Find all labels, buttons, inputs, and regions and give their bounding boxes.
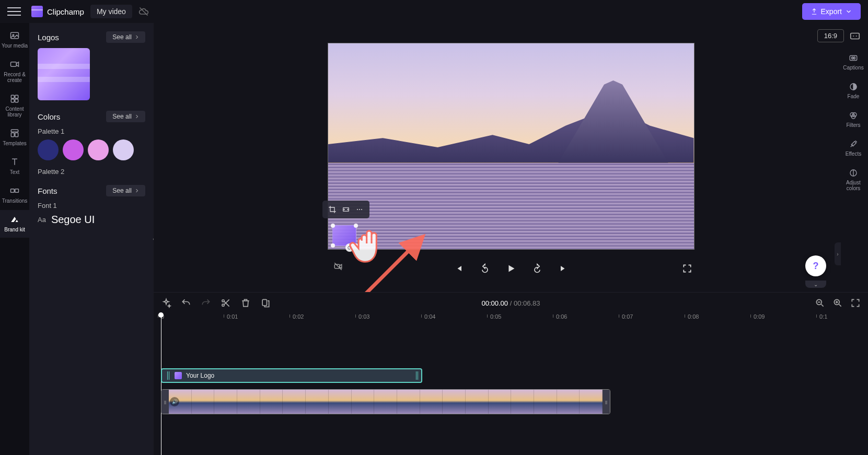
clip-grip-left[interactable]: [167, 371, 170, 380]
rail-templates[interactable]: Templates: [0, 124, 29, 151]
swatch-4[interactable]: [113, 139, 134, 160]
logo-clip[interactable]: Your Logo: [161, 368, 422, 383]
rr-adjust-colors[interactable]: Adjust colors: [839, 163, 868, 196]
overlay-toolbar: [322, 201, 369, 218]
camera-icon: [9, 59, 20, 69]
seek-back-button[interactable]: [478, 261, 492, 276]
brand-name: Clipchamp: [47, 7, 84, 16]
svg-rect-8: [11, 130, 18, 132]
video-grip-left[interactable]: ||: [161, 390, 169, 414]
font1-label: Font 1: [38, 202, 145, 209]
resize-handle-br[interactable]: [354, 243, 358, 248]
logo-thumbnail[interactable]: [38, 48, 90, 100]
chevron-down-icon: [845, 8, 852, 15]
play-button[interactable]: [504, 261, 518, 276]
rotate-handle[interactable]: ⟳: [345, 243, 354, 252]
rr-filters[interactable]: Filters: [839, 106, 868, 133]
skip-start-button[interactable]: [452, 261, 466, 276]
video-title[interactable]: My video: [90, 5, 132, 18]
resize-handle-bl[interactable]: [331, 243, 335, 248]
redo-button[interactable]: [201, 298, 211, 308]
cloud-off-icon[interactable]: [138, 6, 149, 17]
swatch-3[interactable]: [88, 139, 109, 160]
transitions-icon: [9, 185, 20, 196]
right-rail-collapse[interactable]: ›: [835, 242, 841, 265]
svg-rect-3: [11, 62, 17, 66]
ruler-mark: 0:09: [754, 313, 765, 320]
rr-captions[interactable]: CCCaptions: [839, 48, 868, 76]
rr-effects[interactable]: Effects: [839, 134, 868, 162]
video-clip[interactable]: || || 🔊: [161, 389, 610, 414]
split-icon[interactable]: [260, 298, 271, 308]
chevron-right-icon: [134, 113, 140, 120]
font-name: Segoe UI: [51, 214, 95, 226]
rr-fade[interactable]: Fade: [839, 77, 868, 104]
rail-brand-kit[interactable]: Brand kit: [0, 210, 29, 238]
svg-rect-4: [11, 95, 14, 98]
resize-handle-tl[interactable]: [331, 224, 335, 228]
preview-canvas[interactable]: ⟳: [328, 43, 695, 250]
video-grip-right[interactable]: ||: [603, 390, 610, 414]
see-all-logos-button[interactable]: See all: [106, 31, 145, 43]
media-icon: [9, 30, 20, 41]
more-icon[interactable]: [354, 204, 365, 215]
captions-icon-top[interactable]: [849, 30, 861, 42]
palette1-swatches: [38, 139, 145, 160]
swatch-1[interactable]: [38, 139, 59, 160]
rail-text[interactable]: Text: [0, 153, 29, 180]
skip-end-button[interactable]: [556, 261, 571, 276]
upload-icon: [811, 8, 818, 15]
chevron-right-icon: [134, 34, 140, 40]
sparkle-icon[interactable]: [161, 298, 171, 308]
export-button[interactable]: Export: [802, 3, 861, 20]
rail-your-media[interactable]: Your media: [0, 26, 29, 54]
svg-rect-13: [851, 33, 860, 39]
svg-rect-30: [262, 299, 267, 306]
logo-overlay[interactable]: ⟳: [332, 225, 356, 246]
help-button[interactable]: ?: [805, 255, 826, 276]
swatch-2[interactable]: [63, 139, 84, 160]
brand[interactable]: Clipchamp: [31, 6, 84, 17]
playhead[interactable]: [161, 317, 161, 455]
audio-icon[interactable]: 🔊: [170, 397, 179, 406]
svg-rect-7: [15, 99, 18, 102]
trash-icon[interactable]: [240, 298, 251, 308]
svg-point-24: [361, 209, 362, 210]
timeline-ruler[interactable]: 00:010:020:030:040:050:060:070:080:090:1: [161, 313, 861, 326]
ruler-mark: 0:01: [227, 313, 238, 320]
font-sample[interactable]: Aa Segoe UI: [38, 214, 145, 226]
svg-rect-11: [11, 189, 15, 193]
fullscreen-button[interactable]: [680, 261, 695, 276]
effects-icon: [849, 139, 858, 149]
svg-point-23: [359, 209, 360, 210]
see-all-colors-button[interactable]: See all: [106, 111, 145, 122]
rail-content-library[interactable]: Content library: [0, 89, 29, 123]
zoom-out-button[interactable]: [815, 298, 825, 308]
ruler-mark: 0:05: [490, 313, 501, 320]
adjust-icon: [849, 168, 858, 178]
svg-point-28: [222, 300, 224, 302]
ruler-mark: 0:03: [358, 313, 369, 320]
zoom-in-button[interactable]: [832, 298, 843, 308]
rail-transitions[interactable]: Transitions: [0, 181, 29, 209]
resize-handle-tr[interactable]: [354, 224, 358, 228]
brandkit-icon: [9, 214, 20, 225]
fit-icon[interactable]: [340, 204, 352, 215]
ruler-mark: 0:08: [688, 313, 699, 320]
export-label: Export: [821, 7, 842, 16]
see-all-fonts-button[interactable]: See all: [106, 185, 145, 196]
panel-collapse-button[interactable]: ‹: [149, 227, 154, 252]
ruler-mark: 0:06: [556, 313, 567, 320]
crop-icon[interactable]: [327, 204, 338, 215]
menu-icon[interactable]: [7, 5, 21, 18]
right-rail: CCCaptions Fade Filters Effects Adjust c…: [839, 48, 868, 196]
help-collapse[interactable]: ⌄: [805, 281, 826, 288]
rail-record-create[interactable]: Record & create: [0, 55, 29, 88]
seek-forward-button[interactable]: [530, 261, 545, 276]
undo-button[interactable]: [181, 298, 191, 308]
clip-grip-right[interactable]: [416, 371, 419, 380]
aspect-ratio-button[interactable]: 16:9: [817, 29, 844, 42]
scissors-icon[interactable]: [221, 298, 231, 308]
clip-label: Your Logo: [186, 372, 214, 379]
zoom-fit-button[interactable]: [850, 298, 861, 308]
